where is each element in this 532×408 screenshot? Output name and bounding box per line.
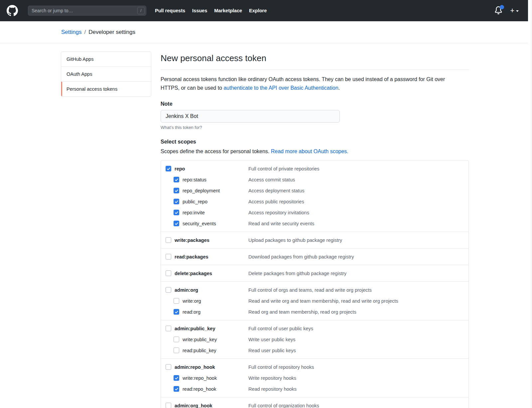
scope-name[interactable]: admin:org [175, 287, 198, 293]
nav-issues[interactable]: Issues [192, 8, 207, 13]
nav-pull-requests[interactable]: Pull requests [155, 8, 185, 13]
scopes-description: Scopes define the access for personal to… [161, 149, 469, 154]
scope-description: Full control of organization hooks [248, 403, 319, 408]
scope-description: Full control of orgs and teams, read and… [248, 287, 372, 293]
nav-explore[interactable]: Explore [249, 8, 267, 13]
scope-group: admin:repo_hookFull control of repositor… [161, 358, 468, 397]
scope-row: repo:inviteAccess repository invitations [161, 207, 468, 218]
breadcrumb-separator: / [84, 29, 86, 36]
scope-row: repoFull control of private repositories [161, 163, 468, 174]
scope-row: write:packagesUpload packages to github … [161, 235, 468, 246]
scope-checkbox[interactable] [166, 403, 171, 408]
scope-row: admin:public_keyFull control of user pub… [161, 323, 468, 334]
scope-checkbox[interactable] [174, 386, 179, 392]
sidebar-item-oauth-apps[interactable]: OAuth Apps [61, 66, 151, 81]
note-helper-text: What’s this token for? [161, 125, 469, 130]
scope-checkbox[interactable] [174, 298, 179, 304]
scope-name[interactable]: repo [175, 166, 185, 171]
scope-name[interactable]: repo:status [183, 177, 206, 182]
scope-group: delete:packagesDelete packages from gith… [161, 265, 468, 281]
scope-group: repoFull control of private repositories… [161, 160, 468, 232]
scope-checkbox[interactable] [174, 188, 179, 193]
scope-description: Access public repositories [248, 199, 304, 204]
notifications-bell-icon[interactable] [494, 6, 503, 15]
settings-sidebar: GitHub Apps OAuth Apps Personal access t… [61, 51, 151, 97]
scrollbar[interactable] [528, 0, 532, 408]
scope-name[interactable]: write:public_key [183, 337, 217, 342]
scope-checkbox[interactable] [174, 221, 179, 226]
scope-row: repo:statusAccess commit status [161, 174, 468, 185]
scope-name[interactable]: security_events [183, 221, 216, 226]
header-right-controls: + [494, 6, 527, 15]
scope-row: write:repo_hookWrite repository hooks [161, 372, 468, 383]
sidebar-item-github-apps[interactable]: GitHub Apps [61, 52, 151, 66]
scope-checkbox[interactable] [166, 166, 171, 171]
breadcrumb: Settings / Developer settings [0, 21, 532, 43]
scope-description: Download packages from github package re… [248, 254, 354, 259]
sidebar-item-personal-access-tokens[interactable]: Personal access tokens [61, 81, 151, 96]
scope-description: Full control of user public keys [248, 326, 313, 331]
scope-checkbox[interactable] [174, 375, 179, 381]
scope-name[interactable]: read:org [183, 309, 200, 315]
scope-name[interactable]: write:packages [175, 238, 209, 243]
scope-name[interactable]: write:org [183, 298, 201, 304]
scope-name[interactable]: admin:org_hook [175, 403, 212, 408]
scope-checkbox[interactable] [166, 270, 171, 276]
scope-group: write:packagesUpload packages to github … [161, 232, 468, 248]
scope-row: read:repo_hookRead repository hooks [161, 383, 468, 394]
scope-checkbox[interactable] [166, 287, 171, 293]
page-title: New personal access token [161, 51, 469, 70]
scope-description: Write user public keys [248, 337, 296, 342]
scope-checkbox[interactable] [166, 326, 171, 331]
notification-dot [500, 5, 504, 9]
oauth-scopes-link[interactable]: Read more about OAuth scopes. [271, 149, 348, 154]
scope-description: Read user public keys [248, 348, 296, 353]
scope-checkbox[interactable] [174, 337, 179, 342]
scope-checkbox[interactable] [174, 177, 179, 182]
scopes-box: repoFull control of private repositories… [161, 160, 469, 408]
page-content: GitHub Apps OAuth Apps Personal access t… [0, 43, 532, 408]
scope-name[interactable]: delete:packages [175, 271, 212, 276]
scope-checkbox[interactable] [174, 210, 179, 215]
scope-group: read:packagesDownload packages from gith… [161, 248, 468, 265]
scope-checkbox[interactable] [174, 199, 179, 204]
note-label: Note [161, 101, 469, 107]
top-header: / Pull requests Issues Marketplace Explo… [0, 0, 532, 21]
scope-description: Full control of private repositories [248, 166, 320, 171]
scope-name[interactable]: admin:repo_hook [175, 364, 215, 370]
header-search: / [28, 6, 146, 16]
scope-description: Upload packages to github package regist… [248, 238, 342, 243]
slash-key-hint: / [137, 7, 145, 14]
scope-name[interactable]: read:packages [175, 254, 208, 259]
select-scopes-heading: Select scopes [161, 139, 469, 145]
scope-group: admin:orgFull control of orgs and teams,… [161, 281, 468, 320]
scope-checkbox[interactable] [166, 254, 171, 259]
scope-name[interactable]: admin:public_key [175, 326, 215, 331]
scope-checkbox[interactable] [174, 348, 179, 353]
scope-checkbox[interactable] [166, 364, 171, 370]
scope-description: Access commit status [248, 177, 295, 182]
nav-marketplace[interactable]: Marketplace [214, 8, 242, 13]
breadcrumb-settings-link[interactable]: Settings [61, 29, 81, 36]
scope-description: Full control of repository hooks [248, 364, 314, 370]
scope-description: Access repository invitations [248, 210, 309, 215]
scope-name[interactable]: read:public_key [183, 348, 216, 353]
intro-suffix: . [338, 85, 340, 91]
scope-checkbox[interactable] [166, 237, 171, 243]
scope-row: write:orgRead and write org and team mem… [161, 295, 468, 306]
github-logo-icon[interactable] [7, 5, 19, 17]
scope-name[interactable]: read:repo_hook [183, 386, 216, 392]
note-input[interactable] [161, 110, 340, 123]
basic-auth-link[interactable]: authenticate to the API over Basic Authe… [223, 85, 338, 91]
scope-name[interactable]: repo_deployment [183, 188, 220, 193]
scope-name[interactable]: public_repo [183, 199, 207, 204]
search-input[interactable] [28, 6, 146, 16]
scope-row: delete:packagesDelete packages from gith… [161, 268, 468, 279]
scope-checkbox[interactable] [174, 309, 179, 315]
scope-name[interactable]: repo:invite [183, 210, 205, 215]
scope-description: Write repository hooks [248, 375, 296, 381]
scope-row: admin:repo_hookFull control of repositor… [161, 361, 468, 372]
create-new-button[interactable]: + [510, 7, 519, 14]
scope-name[interactable]: write:repo_hook [183, 375, 217, 381]
scope-description: Read repository hooks [248, 386, 297, 392]
